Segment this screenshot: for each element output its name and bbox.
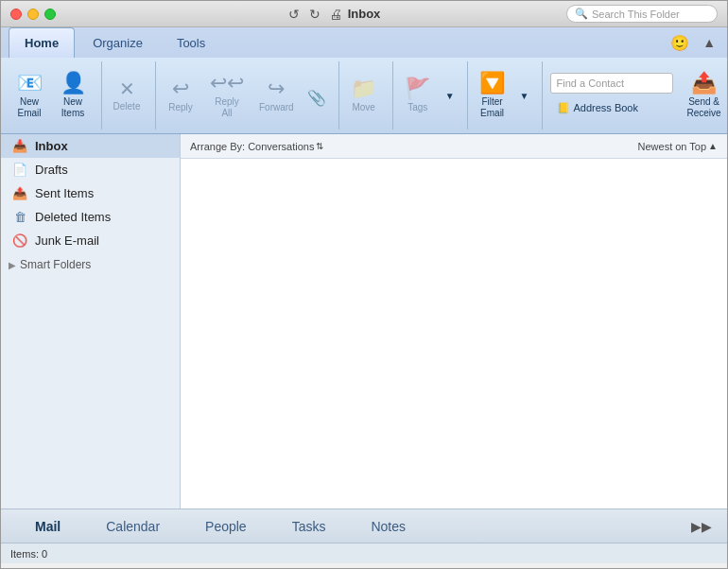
send-receive-icon: 📤 <box>691 73 717 94</box>
tags-label: Tags <box>407 102 427 113</box>
arrange-by-chevron: ⇅ <box>316 141 323 151</box>
filter-group: 🔽 FilterEmail ▼ <box>472 61 543 129</box>
email-list-body <box>181 159 727 509</box>
new-email-label: NewEmail <box>17 96 41 119</box>
email-list: Arrange By: Conversations ⇅ Newest on To… <box>181 134 727 509</box>
nav-tab-calendar[interactable]: Calendar <box>83 513 182 540</box>
sidebar-item-drafts[interactable]: 📄 Drafts <box>1 158 180 181</box>
address-book-icon: 📒 <box>557 102 570 114</box>
new-items-label: NewItems <box>61 96 84 119</box>
address-book-button[interactable]: 📒 Address Book <box>550 97 673 118</box>
sidebar-smart-folders[interactable]: ▶ Smart Folders <box>1 252 180 277</box>
tags-icon: 🚩 <box>405 78 430 99</box>
address-book-label: Address Book <box>574 102 638 113</box>
move-icon: 📁 <box>351 78 376 99</box>
send-receive-button[interactable]: 📤 Send &Receive <box>681 61 728 129</box>
forward-button[interactable]: ↪ Forward <box>252 61 301 129</box>
nav-tab-mail[interactable]: Mail <box>12 513 83 540</box>
undo-button[interactable]: ↺ <box>286 4 303 25</box>
new-items-icon: 👤 <box>61 73 86 94</box>
arrange-by-button[interactable]: Arrange By: Conversations ⇅ <box>190 141 323 152</box>
sidebar: 📥 Inbox 📄 Drafts 📤 Sent Items 🗑 Deleted … <box>1 134 181 509</box>
window-title: Inbox <box>348 7 381 21</box>
nav-tab-people[interactable]: People <box>182 513 269 540</box>
sidebar-item-junk-label: Junk E-mail <box>35 233 99 248</box>
print-button[interactable]: 🖨 <box>327 5 344 24</box>
nav-collapse-button[interactable]: ▶▶ <box>687 515 716 538</box>
close-button[interactable] <box>10 9 22 20</box>
junk-icon: 🚫 <box>12 233 27 248</box>
search-box[interactable]: 🔍 Search This Folder <box>566 5 718 23</box>
find-contact-input[interactable]: Find a Contact <box>550 73 673 94</box>
new-items-button[interactable]: 👤 NewItems <box>52 61 94 129</box>
attach-button[interactable]: 📎 <box>303 61 331 129</box>
reply-button[interactable]: ↩ Reply <box>160 61 201 129</box>
toolbar-area: Home Organize Tools 🙂 ▲ 📧 NewEmail 👤 New… <box>1 27 727 134</box>
sidebar-item-sent-label: Sent Items <box>35 186 94 200</box>
sidebar-item-sent[interactable]: 📤 Sent Items <box>1 181 180 205</box>
filter-icon: 🔽 <box>479 73 505 94</box>
inbox-icon: 📥 <box>12 139 27 153</box>
nav-tab-tasks[interactable]: Tasks <box>269 513 349 540</box>
find-contact-placeholder: Find a Contact <box>557 78 625 89</box>
reply-all-button[interactable]: ↩↩ ReplyAll <box>203 61 251 129</box>
find-contact-group: Find a Contact 📒 Address Book <box>546 61 677 129</box>
status-bar: Items: 0 <box>1 543 727 563</box>
reply-icon: ↩ <box>172 78 189 99</box>
tab-tools[interactable]: Tools <box>161 27 221 58</box>
emoji-button[interactable]: 🙂 <box>663 27 697 58</box>
filter-email-button[interactable]: 🔽 FilterEmail <box>472 61 513 129</box>
drafts-icon: 📄 <box>12 163 27 177</box>
forward-icon: ↪ <box>268 78 285 99</box>
ribbon-row: 📧 NewEmail 👤 NewItems ✕ Delete ↩ Reply ↩… <box>1 58 727 133</box>
email-list-header: Arrange By: Conversations ⇅ Newest on To… <box>181 134 727 159</box>
tab-row: Home Organize Tools 🙂 ▲ <box>1 27 727 58</box>
toolbar-collapse-button[interactable]: ▲ <box>699 27 719 58</box>
move-button[interactable]: 📁 Move <box>343 61 385 129</box>
send-receive-group: 📤 Send &Receive <box>681 61 729 129</box>
items-count-label: Items: 0 <box>10 548 47 560</box>
new-email-button[interactable]: 📧 NewEmail <box>9 61 50 129</box>
search-icon: 🔍 <box>575 8 588 20</box>
new-email-icon: 📧 <box>17 73 43 94</box>
sidebar-item-inbox[interactable]: 📥 Inbox <box>1 134 180 158</box>
bottom-nav: Mail Calendar People Tasks Notes ▶▶ <box>1 509 727 543</box>
move-label: Move <box>352 102 374 113</box>
sidebar-item-deleted-label: Deleted Items <box>35 210 111 224</box>
sidebar-item-deleted[interactable]: 🗑 Deleted Items <box>1 205 180 229</box>
newest-on-top-button[interactable]: Newest on Top ▲ <box>638 141 718 152</box>
maximize-button[interactable] <box>44 9 56 20</box>
window-controls <box>10 9 56 20</box>
reply-all-label: ReplyAll <box>215 96 239 119</box>
search-placeholder: Search This Folder <box>592 9 680 20</box>
undo-bar: ↺ ↻ 🖨 <box>286 4 344 25</box>
tags-dropdown[interactable]: ▼ <box>441 61 459 129</box>
delete-icon: ✕ <box>119 79 135 98</box>
sidebar-item-junk[interactable]: 🚫 Junk E-mail <box>1 229 180 252</box>
delete-button[interactable]: ✕ Delete <box>106 61 147 129</box>
move-group: 📁 Move <box>343 61 393 129</box>
filter-email-label: FilterEmail <box>480 96 504 119</box>
redo-button[interactable]: ↻ <box>306 4 323 25</box>
sent-icon: 📤 <box>12 186 27 200</box>
forward-label: Forward <box>259 102 294 113</box>
tab-home[interactable]: Home <box>9 27 75 58</box>
nav-tab-notes[interactable]: Notes <box>348 513 428 540</box>
newest-on-top-label: Newest on Top <box>638 141 707 152</box>
newest-on-top-chevron: ▲ <box>708 141 718 151</box>
smart-folders-label: Smart Folders <box>20 258 91 271</box>
send-receive-label: Send &Receive <box>687 96 721 119</box>
delete-group: ✕ Delete <box>106 61 156 129</box>
reply-all-icon: ↩↩ <box>210 73 244 94</box>
filter-dropdown[interactable]: ▼ <box>515 61 534 129</box>
reply-group: ↩ Reply ↩↩ ReplyAll ↪ Forward 📎 <box>160 61 339 129</box>
tags-button[interactable]: 🚩 Tags <box>397 61 439 129</box>
tab-organize[interactable]: Organize <box>77 27 159 58</box>
main-area: 📥 Inbox 📄 Drafts 📤 Sent Items 🗑 Deleted … <box>1 134 727 509</box>
deleted-icon: 🗑 <box>12 210 27 224</box>
minimize-button[interactable] <box>27 9 39 20</box>
tags-group: 🚩 Tags ▼ <box>397 61 468 129</box>
arrange-by-label: Arrange By: Conversations <box>190 141 314 152</box>
reply-label: Reply <box>168 102 193 113</box>
sidebar-item-inbox-label: Inbox <box>35 139 68 153</box>
